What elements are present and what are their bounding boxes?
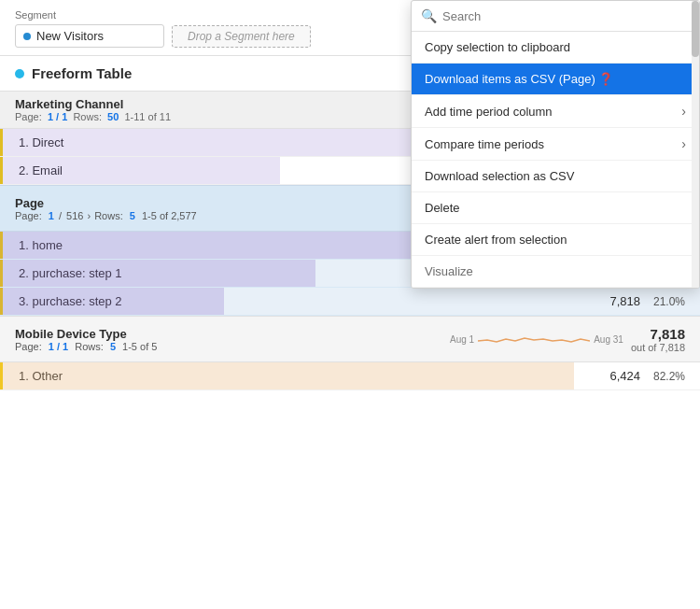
mobile-section: Mobile Device Type Page: 1 / 1 Rows: 5 1… <box>0 316 700 390</box>
page-rows-num[interactable]: 5 <box>130 210 135 221</box>
mobile-total-out: out of 7,818 <box>631 342 685 353</box>
mobile-mini-chart <box>478 322 590 356</box>
mobile-page-num[interactable]: 1 / 1 <box>49 341 68 352</box>
page-rows-label: Rows: <box>94 210 123 221</box>
mobile-range: 1-5 of 5 <box>122 341 157 352</box>
page-total: 516 <box>66 210 83 221</box>
mobile-meta: Page: 1 / 1 Rows: 5 1-5 of 5 <box>15 341 157 352</box>
mc-rows-label: Rows: <box>73 111 102 122</box>
segment-dot <box>23 33 31 40</box>
mobile-row-1[interactable]: 1. Other 6,424 82.2% <box>0 362 700 390</box>
page-row-3-nums: 7,818 21.0% <box>594 294 685 308</box>
dropdown-item-download-csv-page[interactable]: Download items as CSV (Page) ❓ <box>412 64 699 95</box>
segment-tag[interactable]: New Visitors <box>15 24 164 48</box>
segment-drop-zone[interactable]: Drop a Segment here <box>172 25 311 48</box>
mc-page-num[interactable]: 1 / 1 <box>48 111 67 122</box>
mobile-page-label: Page: <box>15 341 42 352</box>
mc-rows-num[interactable]: 50 <box>107 111 119 122</box>
mobile-title: Mobile Device Type <box>15 327 157 341</box>
dropdown-search-container[interactable]: 🔍 <box>412 1 699 32</box>
page-row-3[interactable]: 3. purchase: step 2 7,818 21.0% <box>0 288 700 316</box>
dropdown-create-alert-label: Create alert from selection <box>425 233 567 247</box>
page-bar-2 <box>0 260 315 287</box>
mobile-row-1-pct: 82.2% <box>648 370 685 383</box>
page-chevron: › <box>87 210 91 221</box>
page-meta: Page: 1 / 516 › Rows: 5 1-5 of 2,577 <box>15 210 197 221</box>
mc-range: 1-11 of 11 <box>124 111 171 122</box>
dropdown-item-add-time[interactable]: Add time period column › <box>412 95 699 128</box>
dropdown-visualize-label: Visualize <box>425 264 473 278</box>
dropdown-delete-label: Delete <box>425 201 460 215</box>
main-content: Segment New Visitors Drop a Segment here… <box>0 0 700 609</box>
mobile-row-1-nums: 6,424 82.2% <box>594 369 685 383</box>
mobile-count-block: 7,818 out of 7,818 <box>631 326 685 353</box>
page-row-3-pct: 21.0% <box>648 295 685 308</box>
page-title: Page <box>15 196 197 210</box>
search-input[interactable] <box>442 9 690 23</box>
dropdown-add-time-label: Add time period column <box>425 105 553 119</box>
search-icon: 🔍 <box>421 8 437 23</box>
mobile-chart-area: Aug 1 Aug 31 <box>450 322 623 356</box>
page-range: 1-5 of 2,577 <box>142 210 197 221</box>
chevron-right-icon-2: › <box>681 136 686 151</box>
dropdown-item-compare[interactable]: Compare time periods › <box>412 128 699 161</box>
dropdown-copy-label: Copy selection to clipboard <box>425 40 570 54</box>
mc-page-label: Page: <box>15 111 42 122</box>
mobile-rows-label: Rows: <box>75 341 104 352</box>
segment-tag-label: New Visitors <box>36 29 104 43</box>
page-header-left: Page Page: 1 / 516 › Rows: 5 1-5 of 2,57… <box>15 196 197 221</box>
scrollbar-thumb[interactable] <box>692 1 699 57</box>
dropdown-item-create-alert[interactable]: Create alert from selection <box>412 224 699 256</box>
dropdown-menu: 🔍 Copy selection to clipboard Download i… <box>411 0 700 289</box>
mobile-chart-end: Aug 31 <box>594 334 623 345</box>
dropdown-item-copy[interactable]: Copy selection to clipboard <box>412 32 699 64</box>
dropdown-compare-label: Compare time periods <box>425 137 544 151</box>
mc-title: Marketing Channel <box>15 97 171 111</box>
dropdown-download-csv-page-label: Download items as CSV (Page) ❓ <box>425 72 613 86</box>
mobile-header-right: Aug 1 Aug 31 7,818 out of 7,818 <box>450 322 685 356</box>
mobile-total-count: 7,818 <box>631 326 685 342</box>
mc-meta: Page: 1 / 1 Rows: 50 1-11 of 11 <box>15 111 171 122</box>
mobile-header-left: Mobile Device Type Page: 1 / 1 Rows: 5 1… <box>15 327 157 352</box>
segment-drop-text: Drop a Segment here <box>188 30 295 43</box>
page-num[interactable]: 1 <box>49 210 54 221</box>
page-label: Page: <box>15 210 42 221</box>
page-slash: / <box>56 210 64 221</box>
dropdown-item-download-sel[interactable]: Download selection as CSV <box>412 161 699 192</box>
freeform-dot <box>15 69 24 78</box>
dropdown-item-visualize[interactable]: Visualize <box>412 256 699 288</box>
mc-bar-2 <box>0 157 280 184</box>
page-row-3-count: 7,818 <box>594 294 640 308</box>
mobile-bar-1 <box>0 362 574 389</box>
mobile-row-1-count: 6,424 <box>594 369 640 383</box>
dropdown-item-delete[interactable]: Delete <box>412 192 699 224</box>
freeform-title: Freeform Table <box>32 65 132 81</box>
chevron-right-icon: › <box>681 104 686 119</box>
mobile-rows-num[interactable]: 5 <box>110 341 116 352</box>
dropdown-download-sel-label: Download selection as CSV <box>425 169 574 183</box>
scrollbar-track[interactable] <box>692 1 699 288</box>
mobile-header-row: Mobile Device Type Page: 1 / 1 Rows: 5 1… <box>0 316 700 362</box>
page-bar-3 <box>0 288 224 315</box>
mobile-chart-start: Aug 1 <box>450 334 474 345</box>
